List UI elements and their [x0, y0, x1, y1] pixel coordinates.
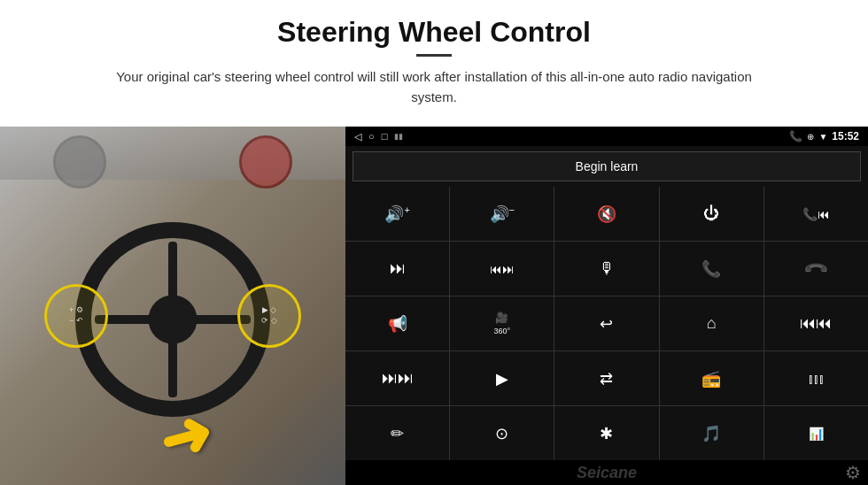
radio-button[interactable]: 📻 [660, 351, 763, 405]
back-button[interactable]: ↩ [554, 296, 658, 350]
vol-up-button[interactable]: 🔊+ [345, 187, 449, 241]
phone-prev-icon: 📞⏮ [802, 207, 830, 221]
fast-next-button[interactable]: ⏭⏭ [345, 351, 449, 405]
time-display: 15:52 [832, 130, 859, 142]
right-control-circle: ▶ ◇⟳ ◇ [237, 284, 301, 348]
eq-button[interactable]: ⫿⫿⫿ [764, 351, 868, 405]
controls-grid: 🔊+ 🔊− 🔇 ⏻ 📞⏮ ⏭ ⏮⏭ [345, 187, 868, 460]
camera-360-icon: 🎥360° [493, 312, 510, 336]
home-nav-button[interactable]: ⌂ [660, 296, 763, 350]
source-button[interactable]: ⇄ [554, 351, 658, 405]
steering-wheel: + ⚙− ↶ ▶ ◇⟳ ◇ [75, 222, 270, 417]
power-icon: ⏻ [703, 204, 719, 223]
hang-up-icon: 📞 [802, 255, 830, 282]
seek-icon: ⏮⏭ [490, 262, 515, 276]
steer-settings-icon: ✏ [391, 424, 404, 443]
seicane-watermark: Seicane [577, 464, 637, 482]
wifi-icon: ▼ [818, 132, 827, 142]
page-title: Steering Wheel Control [53, 16, 815, 49]
source-icon: ⇄ [600, 369, 613, 389]
fast-prev-button[interactable]: ⏮⏮ [764, 296, 868, 350]
radio-icon: 📻 [701, 369, 721, 389]
phone-status-icon: 📞 [789, 130, 802, 142]
next-track-icon: ⏭ [390, 259, 406, 278]
phone-prev-button[interactable]: 📞⏮ [764, 187, 868, 241]
hang-up-button[interactable]: 📞 [764, 242, 868, 296]
left-control-circle: + ⚙− ↶ [44, 284, 108, 348]
location-icon: ⊕ [807, 132, 814, 142]
horn-icon: 📢 [388, 314, 407, 334]
subtitle: Your original car's steering wheel contr… [115, 67, 753, 107]
home-icon[interactable]: ○ [368, 131, 375, 142]
bluetooth-button[interactable]: ✱ [554, 406, 658, 460]
camera-360-button[interactable]: 🎥360° [450, 296, 554, 350]
mute-button[interactable]: 🔇 [554, 187, 658, 241]
page: Steering Wheel Control Your original car… [0, 0, 868, 485]
menu-button[interactable]: ⊙ [450, 406, 554, 460]
music-button[interactable]: 🎵 [660, 406, 763, 460]
battery-status: ▮▮ [394, 132, 403, 141]
power-button[interactable]: ⏻ [660, 187, 763, 241]
eq-icon: ⫿⫿⫿ [808, 372, 824, 386]
status-bar-right: 📞 ⊕ ▼ 15:52 [789, 130, 859, 142]
equalizer-button[interactable]: 📊 [764, 406, 868, 460]
status-bar-left: ◁ ○ □ ▮▮ [354, 131, 403, 142]
horn-button[interactable]: 📢 [345, 296, 449, 350]
bluetooth-icon: ✱ [600, 424, 613, 443]
home-nav-icon: ⌂ [707, 314, 717, 333]
mute-icon: 🔇 [597, 204, 616, 224]
status-bar: ◁ ○ □ ▮▮ 📞 ⊕ ▼ 15:52 [345, 127, 868, 146]
mic-icon: 🎙 [599, 259, 615, 278]
fast-prev-icon: ⏮⏮ [800, 314, 832, 333]
menu-icon: ⊙ [495, 424, 508, 443]
play-button[interactable]: ▶ [450, 351, 554, 405]
equalizer-icon: 📊 [809, 427, 824, 441]
begin-learn-row: Begin learn [345, 146, 868, 187]
vol-down-button[interactable]: 🔊− [450, 187, 554, 241]
call-button[interactable]: 📞 [660, 242, 763, 296]
android-screen: ◁ ○ □ ▮▮ 📞 ⊕ ▼ 15:52 Begin learn [345, 127, 868, 485]
navigate-icon: ▶ [496, 369, 508, 389]
begin-learn-button[interactable]: Begin learn [353, 151, 861, 181]
header: Steering Wheel Control Your original car… [0, 0, 868, 127]
title-divider [416, 54, 452, 57]
settings-gear-icon[interactable]: ⚙ [845, 462, 861, 483]
vol-down-icon: 🔊− [490, 204, 515, 224]
next-track-button[interactable]: ⏭ [345, 242, 449, 296]
fast-next-icon: ⏭⏭ [382, 369, 414, 388]
mic-button[interactable]: 🎙 [554, 242, 658, 296]
vol-up-icon: 🔊+ [384, 204, 409, 224]
seek-button[interactable]: ⏮⏭ [450, 242, 554, 296]
steering-wheel-image: + ⚙− ↶ ▶ ◇⟳ ◇ ➜ [0, 127, 345, 485]
steer-settings-button[interactable]: ✏ [345, 406, 449, 460]
call-icon: 📞 [701, 259, 721, 279]
music-icon: 🎵 [701, 424, 721, 443]
back-icon[interactable]: ◁ [354, 131, 361, 142]
back-nav-icon: ↩ [600, 314, 613, 334]
steering-wheel-bg: + ⚙− ↶ ▶ ◇⟳ ◇ ➜ [0, 127, 345, 485]
content-area: + ⚙− ↶ ▶ ◇⟳ ◇ ➜ [0, 127, 868, 485]
recent-icon[interactable]: □ [382, 131, 388, 142]
